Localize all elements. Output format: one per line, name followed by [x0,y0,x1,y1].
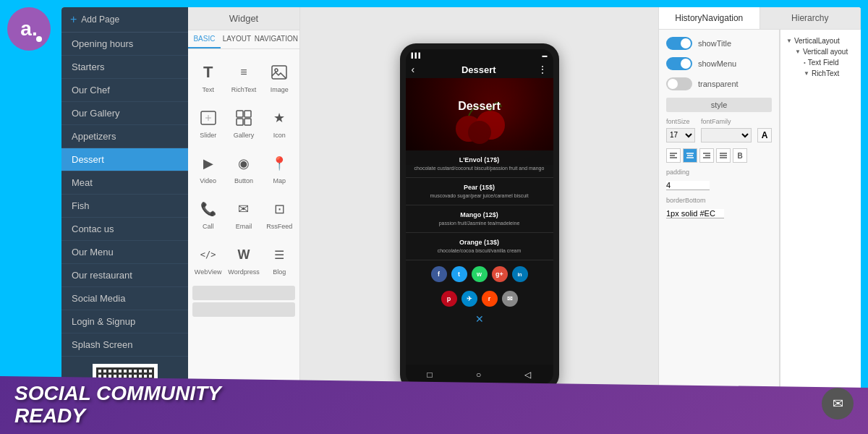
sidebar-item-login-signup[interactable]: Login & Signup [61,310,188,333]
menu-item-1: Pear (15$) muscovado sugar/pear juice/ca… [406,178,553,205]
widget-blog[interactable]: ☰ Blog [263,237,297,281]
widget-video[interactable]: ▶ Video [191,146,225,190]
border-bottom-input[interactable] [666,209,724,218]
tab-basic[interactable]: BASIC [188,30,221,48]
widget-email[interactable]: ✉ Email [226,192,260,236]
widget-rssfeed[interactable]: ⊡ RssFeed [263,192,297,236]
sidebar-item-our-restaurant[interactable]: Our restaurant [61,264,188,287]
social-google[interactable]: g+ [492,266,508,282]
email-icon: ✉ [232,197,255,221]
social-linkedin[interactable]: in [512,266,528,282]
social-pinterest[interactable]: p [441,291,457,307]
widget-map[interactable]: 📍 Map [263,146,297,190]
divider-widget-1[interactable] [192,286,295,300]
widget-slider[interactable]: Slider [191,101,225,145]
signal-icon: ▌▌▌ [412,53,422,58]
padding-input[interactable] [666,181,710,190]
social-whatsapp[interactable]: w [472,266,488,282]
widget-button[interactable]: ◉ Button [226,146,260,190]
sidebar-item-social-media[interactable]: Social Media [61,287,188,310]
widget-call[interactable]: 📞 Call [191,192,225,236]
tab-navigation[interactable]: NAVIGATION [253,30,299,48]
sidebar-item-fish[interactable]: Fish [61,195,188,218]
divider-widget-2[interactable] [192,302,295,317]
options-icon[interactable]: ⋮ [537,64,548,75]
menu-item-name-3: Orange (13$) [413,239,546,246]
social-mail[interactable]: ✉ [502,291,518,307]
hierarchy-item-0[interactable]: ▼ VerticalLayout [786,35,855,46]
sidebar-item-appetizers[interactable]: Appetizers [61,125,188,148]
widget-richtext[interactable]: ≡ RichText [226,55,260,99]
icon-widget-icon: ★ [268,106,291,129]
hierarchy-item-1[interactable]: ▼ Verticall ayout [786,46,855,57]
sidebar-item-our-menu[interactable]: Our Menu [61,241,188,264]
widget-blog-label: Blog [273,268,286,276]
toggle-transparent[interactable]: transparent [666,77,772,90]
main-container: + Add Page Opening hours Starters Our Ch… [61,7,861,427]
font-size-select[interactable]: 17 12 14 16 18 20 [666,128,695,142]
tab-hierarchy[interactable]: Hierarchy [760,7,861,29]
show-menu-toggle[interactable] [666,57,692,70]
widget-gallery[interactable]: Gallery [226,101,260,145]
font-family-select[interactable]: Arial Roboto [701,128,752,142]
align-justify-btn[interactable] [716,148,731,163]
widget-gallery-label: Gallery [234,132,255,139]
align-right-btn[interactable] [699,148,714,163]
social-reddit[interactable]: r [482,291,498,307]
mail-button[interactable]: ✉ [822,388,854,420]
widget-wordpress[interactable]: W Wordpress [226,237,260,281]
circle-nav-icon[interactable]: ○ [476,370,481,380]
menu-item-3: Orange (13$) chocolate/cocoa biscuit/van… [406,233,553,260]
phone-screen: ▌▌▌ ▬ ‹ Dessert ⋮ [406,49,553,385]
bold-text-btn[interactable]: B [733,148,747,163]
align-center-btn[interactable] [683,148,697,163]
show-title-toggle[interactable] [666,37,692,50]
hierarchy-item-2[interactable]: • Text Field [786,57,855,68]
sidebar-item-our-chef[interactable]: Our Chef [61,79,188,102]
toggle-show-title[interactable]: showTitle [666,37,772,50]
call-icon: 📞 [197,197,220,221]
tab-history-nav[interactable]: HistoryNavigation [659,7,760,29]
padding-label: padding [666,169,772,176]
toggle-show-menu[interactable]: showMenu [666,57,772,70]
social-telegram[interactable]: ✈ [461,291,477,307]
arrow-icon-3: ▼ [804,70,809,77]
widget-webview[interactable]: </> WebView [191,237,225,281]
widget-wordpress-label: Wordpress [228,268,259,276]
bold-btn[interactable]: A [757,118,772,142]
sidebar-item-meat[interactable]: Meat [61,171,188,195]
hierarchy-label-3: RichText [812,69,839,77]
svg-point-1 [275,69,278,72]
social-twitter[interactable]: t [451,266,467,282]
social-facebook[interactable]: f [431,266,447,282]
back-icon[interactable]: ‹ [412,64,415,75]
sidebar-item-opening-hours[interactable]: Opening hours [61,33,188,56]
logo-dot [36,36,42,42]
widget-text[interactable]: T Text [191,55,225,99]
menu-item-name-1: Pear (15$) [413,184,546,191]
sidebar-item-splash-screen[interactable]: Splash Screen [61,333,188,357]
close-icon[interactable]: ✕ [475,313,484,325]
align-left-btn[interactable] [666,148,681,163]
back-nav-icon[interactable]: ◁ [524,370,531,380]
border-bottom-control: borderBottom [666,197,772,219]
phone-dessert-title: Dessert [406,100,553,113]
sidebar-item-dessert[interactable]: Dessert [61,148,188,171]
font-family-label: fontFamily [701,118,752,125]
sidebar-item-our-gallery[interactable]: Our Gallery [61,102,188,125]
widget-icon-item[interactable]: ★ Icon [263,101,297,145]
home-nav-icon[interactable]: □ [427,370,433,380]
add-page-button[interactable]: + Add Page [61,7,188,33]
sidebar-item-starters[interactable]: Starters [61,56,188,79]
right-panel: HistoryNavigation Hierarchy showTitle sh… [658,7,861,427]
menu-item-name-2: Mango (12$) [413,211,546,218]
transparent-toggle[interactable] [666,77,692,90]
widget-image[interactable]: Image [263,55,297,99]
hierarchy-item-3[interactable]: ▼ RichText [786,68,855,79]
hierarchy-label-1: Verticall ayout [803,48,848,56]
tab-layout[interactable]: LAYOUT [221,30,253,48]
sidebar-item-contact[interactable]: Contac us [61,218,188,241]
padding-control: padding [666,169,772,191]
arrow-icon-1: ▼ [795,48,801,55]
phone-nav-bar: ‹ Dessert ⋮ [406,61,553,78]
